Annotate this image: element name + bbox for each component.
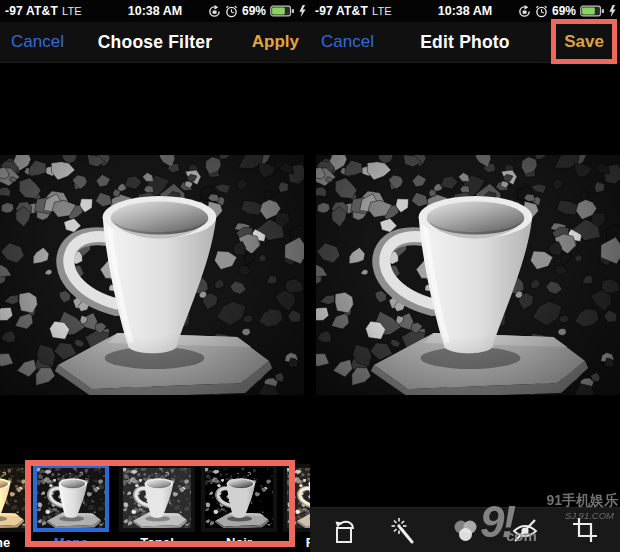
battery-percent-label: 69% bbox=[242, 4, 266, 18]
alarm-icon bbox=[225, 5, 238, 18]
status-bar: -97 AT&TLTE 10:38 AM 69% bbox=[0, 0, 310, 22]
filter-label-noir: Noir bbox=[201, 535, 277, 550]
filter-label-fade: Fade bbox=[283, 535, 310, 550]
filter-thumb-tonal[interactable] bbox=[119, 464, 195, 532]
orientation-lock-icon bbox=[518, 5, 531, 18]
photo-preview bbox=[0, 155, 304, 395]
crop-icon[interactable] bbox=[570, 515, 600, 545]
charging-bolt-icon bbox=[609, 5, 616, 17]
filter-thumb-fade[interactable] bbox=[283, 464, 310, 532]
choose-filter-screen: -97 AT&TLTE 10:38 AM 69% Cancel Choose F… bbox=[0, 0, 312, 552]
orientation-lock-icon bbox=[208, 5, 221, 18]
auto-enhance-icon[interactable] bbox=[390, 515, 420, 545]
filter-label-tonal: Tonal bbox=[119, 535, 195, 550]
highlight-box-save: Save bbox=[551, 19, 617, 64]
edit-toolbar bbox=[310, 507, 620, 552]
filter-thumb-mono[interactable] bbox=[33, 464, 109, 532]
alarm-icon bbox=[535, 5, 548, 18]
battery-percent-label: 69% bbox=[552, 4, 576, 18]
battery-icon bbox=[270, 5, 295, 17]
rotate-icon[interactable] bbox=[330, 515, 360, 545]
apply-button[interactable]: Apply bbox=[252, 32, 299, 52]
charging-bolt-icon bbox=[299, 5, 306, 17]
screenshot-root: -97 AT&TLTE 10:38 AM 69% Cancel Choose F… bbox=[0, 0, 620, 552]
filter-label-mono: Mono bbox=[33, 535, 109, 550]
edit-photo-screen: -97 AT&TLTE 10:38 AM 69% Cancel Edit Pho… bbox=[310, 0, 620, 552]
filter-strip: None Mono Tonal Noir bbox=[0, 458, 310, 552]
filter-label-none: None bbox=[0, 535, 32, 550]
nav-bar: Cancel Choose Filter Apply bbox=[0, 22, 310, 63]
filter-item-tonal[interactable]: Tonal bbox=[119, 464, 195, 550]
filter-thumb-none[interactable] bbox=[0, 464, 32, 532]
filters-icon[interactable] bbox=[450, 515, 480, 545]
filter-item-noir[interactable]: Noir bbox=[201, 464, 277, 550]
photo-preview bbox=[316, 155, 620, 395]
save-button[interactable]: Save bbox=[564, 32, 604, 52]
filter-thumb-noir[interactable] bbox=[201, 464, 277, 532]
filter-item-mono[interactable]: Mono bbox=[33, 464, 109, 550]
filter-item-none[interactable]: None bbox=[0, 464, 32, 550]
filter-item-fade[interactable]: Fade bbox=[283, 464, 310, 550]
battery-icon bbox=[580, 5, 605, 17]
red-eye-icon[interactable] bbox=[510, 515, 540, 545]
